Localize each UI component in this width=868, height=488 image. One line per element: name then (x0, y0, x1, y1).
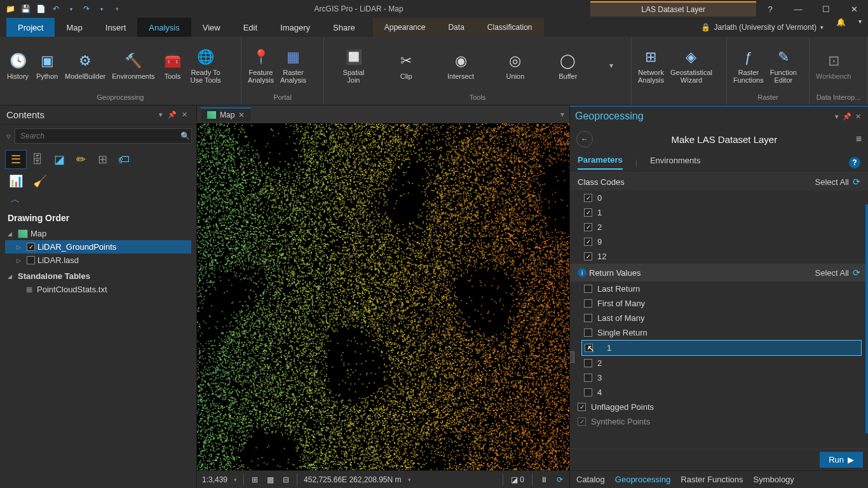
checkbox[interactable] (584, 223, 592, 231)
gallery-more-icon[interactable]: ▾ (607, 61, 616, 70)
collapse-all-icon[interactable]: ︿ (0, 193, 196, 209)
toc-standalone-header[interactable]: ◢ Standalone Tables (5, 269, 191, 283)
run-button[interactable]: Run▶ (820, 452, 863, 468)
checkbox[interactable] (584, 252, 592, 261)
tab-geoprocessing[interactable]: Geoprocessing (615, 475, 670, 484)
ready-tools-button[interactable]: 🌐Ready To Use Tools (187, 46, 223, 85)
function-editor-button[interactable]: ✎Function Editor (768, 46, 799, 85)
list-by-chart-icon[interactable]: 📊 (5, 172, 27, 191)
tab-classification[interactable]: Classification (476, 18, 544, 37)
list-by-source-icon[interactable]: 🗄 (27, 150, 48, 169)
network-analysis-button[interactable]: ⊞Network Analysis (635, 46, 667, 85)
tab-data[interactable]: Data (437, 18, 475, 37)
collapse-ribbon-icon[interactable]: ▾ (852, 18, 868, 37)
toc-table-item[interactable]: ▦ PointCloudStats.txt (5, 283, 191, 296)
autohide-dropdown-icon[interactable]: ▾ (833, 112, 841, 121)
return-option[interactable]: 3 (570, 370, 868, 385)
select-all-link[interactable]: Select All (815, 268, 849, 278)
autohide-dropdown-icon[interactable]: ▾ (156, 111, 165, 119)
list-by-editing-icon[interactable]: ✏ (70, 150, 92, 169)
python-button[interactable]: ▣Python (33, 50, 61, 81)
scale-display[interactable]: 1:3,439 (202, 475, 227, 484)
unflagged-points-option[interactable]: Unflagged Points (570, 400, 868, 414)
save-as-icon[interactable]: 📄 (36, 4, 46, 14)
modelbuilder-button[interactable]: ⚙ModelBuilder (62, 50, 108, 81)
search-input[interactable] (15, 128, 192, 144)
geostat-wizard-button[interactable]: ◈Geostatistical Wizard (668, 46, 715, 85)
close-pane-icon[interactable]: ✕ (853, 112, 863, 121)
class-code-option[interactable]: 2 (570, 220, 868, 234)
tool-menu-icon[interactable]: ≡ (856, 133, 862, 145)
close-pane-icon[interactable]: ✕ (179, 111, 190, 119)
refresh-icon[interactable]: ⟳ (853, 177, 860, 187)
collapse-icon[interactable]: ◢ (8, 273, 15, 280)
checkbox[interactable] (584, 285, 592, 293)
union-button[interactable]: ◎Union (501, 50, 529, 81)
checkbox[interactable] (584, 314, 592, 322)
raster-functions-button[interactable]: ƒRaster Functions (731, 46, 766, 85)
list-by-perspective-icon[interactable]: 🧹 (29, 172, 51, 191)
redo-icon[interactable]: ↷ (81, 4, 92, 14)
list-by-snapping-icon[interactable]: ⊞ (92, 150, 113, 169)
checkbox[interactable] (584, 238, 592, 246)
redo-dropdown-icon[interactable]: ▾ (97, 4, 107, 14)
toc-layer-lasd[interactable]: ▷ LiDAR.lasd (5, 254, 191, 267)
return-option[interactable]: 2 (570, 356, 868, 370)
tab-edit[interactable]: Edit (232, 18, 269, 37)
tab-project[interactable]: Project (6, 18, 55, 37)
return-option[interactable]: First of Many (570, 296, 868, 311)
tab-raster-functions[interactable]: Raster Functions (681, 475, 743, 484)
pin-icon[interactable]: 📌 (841, 112, 853, 121)
spatial-join-button[interactable]: 🔲Spatial Join (339, 46, 367, 85)
status-grid1-icon[interactable]: ⊞ (250, 475, 259, 484)
user-account[interactable]: 🔒 Jarlath (University of Vermont) ▾ (695, 18, 830, 37)
scrollbar[interactable] (865, 205, 868, 433)
expand-icon[interactable]: ▷ (17, 257, 24, 264)
select-all-link[interactable]: Select All (815, 177, 849, 187)
collapse-icon[interactable]: ◢ (8, 231, 15, 237)
map-tab[interactable]: Map ✕ (201, 107, 251, 121)
filter-icon[interactable]: ▿ (6, 132, 11, 141)
info-icon[interactable]: i (578, 268, 587, 277)
toc-map-node[interactable]: ◢ Map (5, 227, 191, 240)
class-code-option[interactable]: 1 (570, 205, 868, 220)
list-by-selection-icon[interactable]: ◪ (48, 150, 70, 169)
selected-features-icon[interactable]: ◪ 0 (510, 475, 526, 484)
pause-drawing-icon[interactable]: ⏸ (539, 475, 549, 484)
list-by-drawing-order-icon[interactable]: ☰ (5, 150, 27, 169)
undo-dropdown-icon[interactable]: ▾ (66, 4, 76, 14)
layer-visibility-checkbox[interactable] (27, 243, 35, 251)
checkbox[interactable] (578, 417, 586, 426)
refresh-map-icon[interactable]: ⟳ (555, 475, 564, 484)
tools-button[interactable]: 🧰Tools (158, 50, 186, 81)
open-project-icon[interactable]: 📁 (5, 4, 15, 14)
toc-layer-groundpoints[interactable]: ▷ LiDAR_GroundPoints (5, 240, 191, 254)
minimize-icon[interactable]: — (784, 0, 812, 18)
tab-environments[interactable]: Environments (650, 156, 700, 169)
intersect-button[interactable]: ◉Intersect (445, 50, 477, 81)
return-option[interactable]: Last Return (570, 281, 868, 296)
raster-analysis-button[interactable]: ▦Raster Analysis (278, 46, 309, 85)
tab-share[interactable]: Share (322, 18, 367, 37)
checkbox[interactable] (584, 194, 592, 202)
return-option[interactable]: 4 (570, 385, 868, 400)
tab-symbology[interactable]: Symbology (754, 475, 794, 484)
back-button[interactable]: ← (576, 131, 593, 147)
help-icon[interactable]: ? (756, 0, 784, 18)
map-canvas[interactable] (197, 123, 569, 470)
list-by-labeling-icon[interactable]: 🏷 (113, 150, 135, 169)
clip-button[interactable]: ✂Clip (392, 50, 420, 81)
checkbox[interactable] (584, 359, 592, 367)
undo-icon[interactable]: ↶ (51, 4, 61, 14)
tab-view[interactable]: View (191, 18, 232, 37)
buffer-button[interactable]: ◯Buffer (554, 50, 582, 81)
checkbox[interactable] (578, 403, 586, 411)
checkbox[interactable] (584, 299, 592, 308)
pin-icon[interactable]: 📌 (165, 111, 179, 119)
status-grid2-icon[interactable]: ▦ (266, 475, 275, 484)
tool-help-icon[interactable]: ? (849, 157, 860, 168)
checkbox[interactable] (584, 329, 592, 337)
maximize-icon[interactable]: ☐ (812, 0, 840, 18)
notifications-icon[interactable]: 🔔 (830, 18, 852, 37)
refresh-icon[interactable]: ⟳ (853, 268, 860, 278)
